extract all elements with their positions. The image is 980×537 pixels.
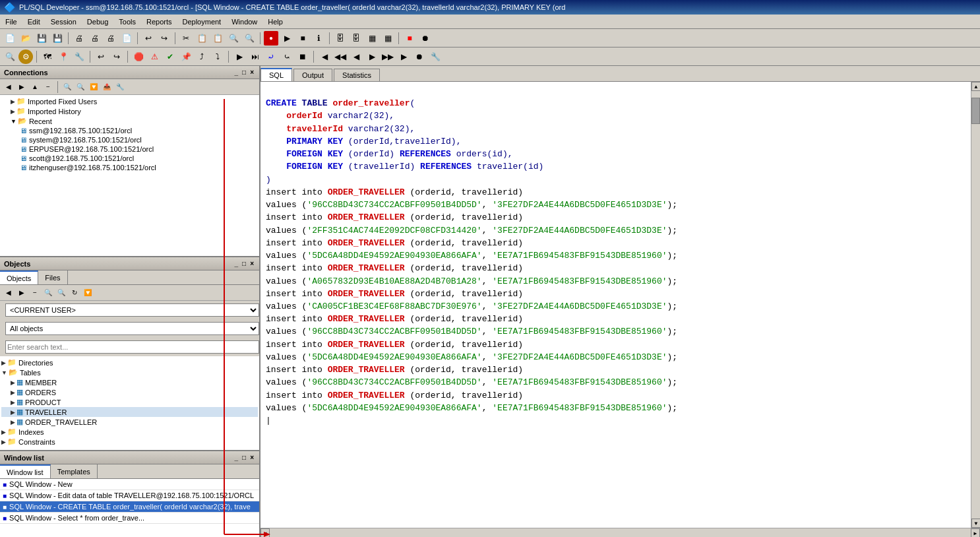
tree-conn-system[interactable]: 🖥 system@192.168.75.100:1521/orcl xyxy=(1,135,258,144)
scroll-track[interactable] xyxy=(971,91,980,519)
t2-btn24[interactable]: ▶ xyxy=(396,49,411,64)
t2-btn15[interactable]: ⏭ xyxy=(248,49,262,64)
tab-templates[interactable]: Templates xyxy=(51,464,98,478)
conn-zoom-out[interactable]: 🔍 xyxy=(75,81,86,93)
copy-btn[interactable]: 📋 xyxy=(195,31,209,46)
print3-btn[interactable]: 🖨 xyxy=(104,31,118,46)
t2-btn22[interactable]: ▶ xyxy=(365,49,379,64)
menu-file[interactable]: File xyxy=(0,16,22,27)
print2-btn[interactable]: 🖨 xyxy=(88,31,102,46)
conn-back-btn[interactable]: ◀ xyxy=(3,81,15,93)
wl-item-3[interactable]: ■ SQL Window - CREATE TABLE order_travel… xyxy=(0,501,259,513)
connections-restore[interactable]: □ xyxy=(241,69,247,76)
t2-btn3[interactable]: 🗺 xyxy=(40,49,55,64)
search-input[interactable] xyxy=(5,340,259,354)
t2-btn16[interactable]: ⤾ xyxy=(264,49,278,64)
tree-indexes[interactable]: ▶ 📁 Indexes xyxy=(1,427,258,437)
conn-fwd-btn[interactable]: ▶ xyxy=(16,81,28,93)
t2-btn5[interactable]: 🔧 xyxy=(72,49,86,64)
all-objects-dropdown[interactable]: All objects xyxy=(5,322,259,335)
tree-conn-itzheng[interactable]: 🖥 itzhenguser@192.168.75.100:1521/orcl xyxy=(1,163,258,172)
t2-btn23[interactable]: ▶▶ xyxy=(381,49,395,64)
db-btn2[interactable]: 🗄 xyxy=(349,31,363,46)
t2-btn20[interactable]: ◀◀ xyxy=(333,49,348,64)
menu-edit[interactable]: Edit xyxy=(22,16,46,27)
t2-btn2[interactable]: ⚙ xyxy=(18,49,33,64)
run-btn[interactable]: ▶ xyxy=(280,31,294,46)
obj-find[interactable]: 🔍 xyxy=(55,287,67,299)
t2-btn17[interactable]: ⤿ xyxy=(280,49,294,64)
wl-item-1[interactable]: ■ SQL Window - New xyxy=(0,479,259,490)
cut-btn[interactable]: ✂ xyxy=(179,31,193,46)
print-btn[interactable]: 🖨 xyxy=(72,31,86,46)
tab-output[interactable]: Output xyxy=(293,69,332,81)
obj-filter[interactable]: 🔽 xyxy=(82,287,94,299)
t2-btn25[interactable]: ⏺ xyxy=(412,49,427,64)
print4-btn[interactable]: 📄 xyxy=(119,31,134,46)
stop-btn[interactable]: ■ xyxy=(295,31,310,46)
menu-deployment[interactable]: Deployment xyxy=(177,16,226,27)
grid-btn2[interactable]: ▦ xyxy=(381,31,395,46)
tree-conn-ssm[interactable]: 🖥 ssm@192.168.75.100:1521/orcl xyxy=(1,126,258,135)
code-scrollbar[interactable]: ▲ ▼ xyxy=(971,82,980,528)
obj-reload[interactable]: ↻ xyxy=(69,287,80,299)
tree-conn-scott[interactable]: 🖥 scott@192.168.75.100:1521/orcl xyxy=(1,154,258,163)
menu-tools[interactable]: Tools xyxy=(113,16,141,27)
obj-fwd[interactable]: ▶ xyxy=(16,287,28,299)
objects-tree[interactable]: ▶ 📁 Directories ▼ 📂 Tables ▶ ▦ MEMBER xyxy=(0,356,259,450)
conn-up-btn[interactable]: ▲ xyxy=(29,81,41,93)
t2-btn26[interactable]: 🔧 xyxy=(428,49,443,64)
t2-btn4[interactable]: 📍 xyxy=(56,49,71,64)
menu-reports[interactable]: Reports xyxy=(141,16,177,27)
t2-btn21[interactable]: ◀ xyxy=(349,49,363,64)
conn-filter[interactable]: 🔽 xyxy=(88,81,100,93)
t2-btn11[interactable]: 📌 xyxy=(179,49,193,64)
open-btn[interactable]: 📂 xyxy=(18,31,33,46)
conn-minus-btn[interactable]: − xyxy=(42,81,54,93)
tree-tables[interactable]: ▼ 📂 Tables xyxy=(1,367,258,377)
tab-sql[interactable]: SQL xyxy=(260,68,292,81)
code-editor[interactable]: CREATE TABLE order_traveller( orderId va… xyxy=(260,82,971,528)
scroll-right-btn[interactable]: ▶ xyxy=(971,528,980,537)
redo-btn[interactable]: ↪ xyxy=(157,31,171,46)
t2-btn8[interactable]: 🛑 xyxy=(131,49,146,64)
save-all-btn[interactable]: 💾 xyxy=(50,31,65,46)
t2-btn19[interactable]: ◀ xyxy=(317,49,332,64)
t2-btn7[interactable]: ↪ xyxy=(109,49,124,64)
save-btn[interactable]: 💾 xyxy=(34,31,49,46)
undo-btn[interactable]: ↩ xyxy=(141,31,156,46)
tree-recent[interactable]: ▼ 📂 Recent xyxy=(1,116,258,126)
tree-directories[interactable]: ▶ 📁 Directories xyxy=(1,358,258,367)
conn-export[interactable]: 📤 xyxy=(101,81,113,93)
obj-up[interactable]: − xyxy=(29,287,41,299)
menu-help[interactable]: Help xyxy=(262,16,288,27)
t2-btn6[interactable]: ↩ xyxy=(94,49,108,64)
menu-session[interactable]: Session xyxy=(46,16,82,27)
connections-close[interactable]: × xyxy=(249,69,255,76)
hscroll-track[interactable] xyxy=(270,528,971,537)
code-hscrollbar[interactable]: ◀ ▶ xyxy=(260,528,980,537)
compile-btn[interactable]: ● xyxy=(264,31,278,46)
grid-btn[interactable]: ▦ xyxy=(365,31,379,46)
t2-btn10[interactable]: ✔ xyxy=(163,49,177,64)
tree-order-traveller[interactable]: ▶ ▦ ORDER_TRAVELLER xyxy=(1,417,258,427)
tree-constraints[interactable]: ▶ 📁 Constraints xyxy=(1,437,258,447)
wl-close[interactable]: × xyxy=(249,454,255,461)
info-btn[interactable]: ℹ xyxy=(311,31,326,46)
objects-close[interactable]: × xyxy=(249,260,255,267)
current-user-dropdown[interactable]: <CURRENT USER> xyxy=(5,303,259,317)
menu-window[interactable]: Window xyxy=(226,16,262,27)
t2-btn14[interactable]: ▶ xyxy=(232,49,247,64)
find2-btn[interactable]: 🔍 xyxy=(242,31,257,46)
tree-product[interactable]: ▶ ▦ PRODUCT xyxy=(1,397,258,407)
t2-btn12[interactable]: ⤴ xyxy=(195,49,209,64)
tree-conn-erpuser[interactable]: 🖥 ERPUSER@192.168.75.100:1521/orcl xyxy=(1,144,258,154)
scroll-left-btn[interactable]: ◀ xyxy=(260,528,270,537)
t2-btn13[interactable]: ⤵ xyxy=(210,49,225,64)
t2-btn1[interactable]: 🔍 xyxy=(3,49,17,64)
wl-restore[interactable]: □ xyxy=(241,454,247,461)
stop-btn2[interactable]: ■ xyxy=(402,31,417,46)
scroll-down-btn[interactable]: ▼ xyxy=(971,519,980,528)
conn-zoom-in[interactable]: 🔍 xyxy=(61,81,73,93)
objects-minimize[interactable]: _ xyxy=(233,260,240,267)
